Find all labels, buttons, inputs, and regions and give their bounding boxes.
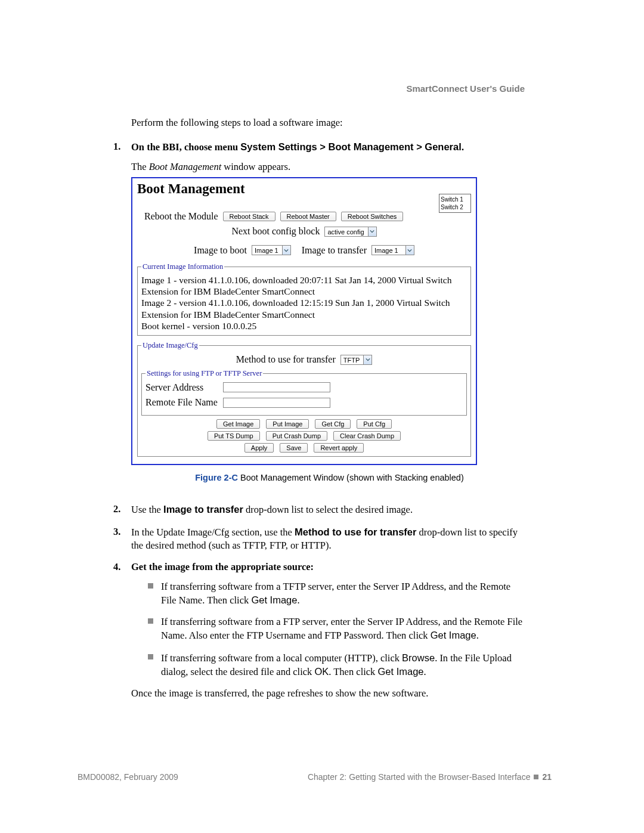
remote-file-label: Remote File Name (145, 396, 218, 409)
image-boot-select[interactable]: Image 1 (252, 245, 291, 255)
put-image-button[interactable]: Put Image (266, 419, 309, 429)
update-image-cfg-group: Update Image/Cfg Method to use for trans… (137, 340, 471, 457)
next-boot-block-value: active config (325, 227, 367, 236)
ftp-tftp-settings-group: Settings for using FTP or TFTP Server Se… (141, 368, 467, 416)
step-2-post: drop-down list to select the desired ima… (243, 504, 413, 515)
step-3-number: 3. (113, 525, 131, 553)
switch-2-option[interactable]: Switch 2 (441, 203, 469, 211)
boot-kernel-info: Boot kernel - version 10.0.0.25 (141, 320, 467, 332)
get-cfg-button[interactable]: Get Cfg (315, 419, 351, 429)
image-transfer-select[interactable]: Image 1 (371, 245, 414, 255)
after-list-text: Once the image is transferred, the page … (131, 687, 528, 700)
chevron-down-icon (282, 246, 290, 255)
bullet-tftp: If transferring software from a TFTP ser… (148, 580, 528, 608)
bullet-ftp: If transferring software from a FTP serv… (148, 615, 528, 643)
chevron-down-icon (363, 355, 371, 364)
method-label: Method to use for transfer (236, 353, 336, 366)
ftp-tftp-settings-legend: Settings for using FTP or TFTP Server (145, 368, 263, 379)
step-3-pre: In the Update Image/Cfg section, use the (131, 527, 295, 538)
step-1-path: System Settings > Boot Management > Gene… (240, 141, 464, 152)
save-button[interactable]: Save (280, 443, 308, 453)
step-1-sub-pre: The (131, 161, 149, 172)
server-address-label: Server Address (145, 381, 218, 394)
switch-1-option[interactable]: Switch 1 (441, 196, 469, 203)
step-1-sub-post: window appears. (221, 161, 290, 172)
clear-crash-dump-button[interactable]: Clear Crash Dump (333, 431, 401, 441)
step-4-number: 4. (113, 561, 131, 700)
chevron-down-icon (405, 246, 414, 255)
step-1-pre: On the BBI, choose menu (131, 141, 240, 153)
server-address-input[interactable] (223, 382, 330, 392)
step-2-number: 2. (113, 503, 131, 516)
put-cfg-button[interactable]: Put Cfg (357, 419, 392, 429)
reboot-switches-button[interactable]: Reboot Switches (341, 212, 404, 221)
chevron-down-icon (368, 227, 376, 236)
footer-left: BMD00082, February 2009 (78, 772, 178, 782)
reboot-master-button[interactable]: Reboot Master (280, 212, 336, 221)
remote-file-input[interactable] (223, 398, 330, 408)
image-transfer-value: Image 1 (372, 246, 405, 255)
step-1-sub-ital: Boot Management (149, 161, 221, 172)
reboot-stack-button[interactable]: Reboot Stack (223, 212, 275, 221)
switch-selector[interactable]: Switch 1 Switch 2 (439, 194, 471, 213)
current-image-info-group: Current Image Information Image 1 - vers… (137, 262, 471, 336)
image-boot-label: Image to boot (194, 244, 247, 257)
put-ts-dump-button[interactable]: Put TS Dump (208, 431, 260, 441)
panel-title: Boot Management (137, 179, 471, 198)
footer-right: Chapter 2: Getting Started with the Brow… (308, 772, 552, 782)
method-value: TFTP (341, 355, 364, 364)
put-crash-dump-button[interactable]: Put Crash Dump (266, 431, 327, 441)
next-boot-block-label: Next boot config block (231, 225, 320, 238)
bullet-http: If transferring software from a local co… (148, 651, 528, 679)
get-image-button[interactable]: Get Image (216, 419, 260, 429)
image-1-info: Image 1 - version 41.1.0.106, downloaded… (141, 274, 467, 298)
step-3-bold: Method to use for transfer (295, 527, 416, 537)
image-2-info: Image 2 - version 41.1.0.106, downloaded… (141, 297, 467, 320)
next-boot-block-select[interactable]: active config (324, 227, 376, 237)
boot-management-panel: Boot Management Switch 1 Switch 2 Reboot… (131, 177, 477, 465)
step-1-number: 1. (113, 140, 131, 494)
update-image-cfg-legend: Update Image/Cfg (141, 340, 199, 351)
square-bullet-icon (534, 775, 538, 779)
step-4-text: Get the image from the appropriate sourc… (131, 561, 314, 572)
apply-button[interactable]: Apply (244, 443, 274, 453)
image-transfer-label: Image to transfer (302, 244, 367, 257)
step-2-pre: Use the (131, 504, 163, 515)
revert-apply-button[interactable]: Revert apply (314, 443, 364, 453)
figure-number: Figure 2-C (195, 473, 238, 482)
doc-header: SmartConnect User's Guide (406, 83, 525, 94)
current-image-info-legend: Current Image Information (141, 262, 224, 272)
image-boot-value: Image 1 (252, 246, 282, 255)
intro-text: Perform the following steps to load a so… (131, 116, 528, 129)
figure-caption: Boot Management Window (shown with Stack… (238, 473, 464, 482)
method-select[interactable]: TFTP (340, 355, 373, 365)
step-2-bold: Image to transfer (163, 504, 243, 515)
reboot-module-label: Reboot the Module (144, 210, 218, 223)
